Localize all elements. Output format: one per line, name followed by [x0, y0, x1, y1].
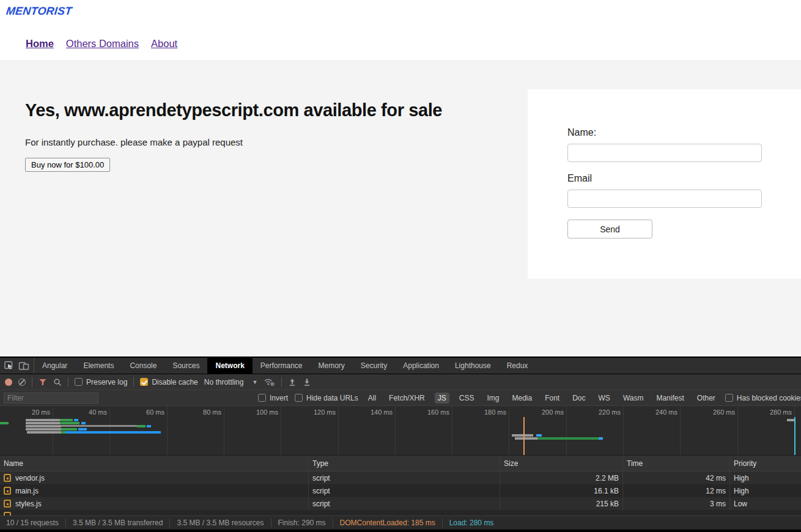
type-filter-wasm[interactable]: Wasm [620, 393, 647, 404]
waterfall-bar [787, 419, 794, 421]
nav-link-home[interactable]: Home [26, 38, 54, 50]
contact-card: Name: Email Send [528, 89, 801, 279]
page-subtitle: For instantly purchase. please make a pa… [25, 137, 243, 147]
disable-cache-checkbox[interactable] [140, 378, 148, 386]
bottom-strip [0, 530, 801, 532]
column-header-type[interactable]: Type [309, 456, 500, 471]
export-har-icon[interactable] [303, 378, 311, 386]
timeline-gridline [509, 406, 509, 455]
tab-sources[interactable]: Sources [164, 358, 207, 374]
type-filter-img[interactable]: Img [484, 393, 502, 404]
waterfall-bar [537, 437, 599, 440]
tab-memory[interactable]: Memory [311, 358, 353, 374]
tab-performance[interactable]: Performance [253, 358, 311, 374]
preserve-log-toggle[interactable]: Preserve log [75, 378, 127, 386]
nav-link-about[interactable]: About [151, 38, 177, 50]
buy-now-button[interactable]: Buy now for $100.00 [25, 158, 110, 172]
tab-security[interactable]: Security [353, 358, 395, 374]
waterfall-bar [60, 422, 79, 424]
filter-input[interactable] [4, 393, 98, 404]
import-har-icon[interactable] [288, 378, 297, 386]
table-row-main-js[interactable]: main.jsscript16.1 kB12 msHigh [0, 484, 801, 497]
timeline-gridline [338, 406, 339, 455]
has-blocked-cookies-checkbox[interactable] [725, 394, 733, 402]
type-filter-media[interactable]: Media [509, 393, 535, 404]
tab-lighthouse[interactable]: Lighthouse [447, 358, 499, 374]
cell-type: script [312, 487, 330, 495]
search-icon[interactable] [53, 378, 62, 386]
status-10-15-requests: 10 / 15 requests [0, 519, 65, 527]
timeline-tick-label: 60 ms [129, 408, 164, 416]
network-statusbar: 10 / 15 requests3.5 MB / 3.5 MB transfer… [0, 515, 801, 530]
nav-link-others-domains[interactable]: Others Domains [66, 38, 139, 50]
network-toolbar: Preserve log Disable cache No throttling… [0, 374, 801, 390]
send-button[interactable]: Send [567, 220, 652, 238]
type-filter-other[interactable]: Other [694, 393, 718, 404]
email-field[interactable] [567, 190, 762, 208]
cell-priority: High [734, 487, 749, 495]
name-field[interactable] [567, 144, 762, 162]
status-domcontentloaded: DOMContentLoaded: 185 ms [333, 519, 442, 527]
waterfall-bar [27, 431, 61, 434]
waterfall-bar [26, 425, 61, 427]
invert-checkbox[interactable] [258, 394, 266, 402]
waterfall-bar [81, 422, 86, 424]
column-header-priority[interactable]: Priority [730, 456, 801, 471]
clear-network-log-icon[interactable] [18, 379, 26, 386]
tab-angular[interactable]: Angular [34, 358, 75, 374]
table-row-partial[interactable] [0, 510, 801, 515]
cell-size: 2.2 MB [596, 474, 619, 482]
column-header-time[interactable]: Time [623, 456, 730, 471]
cell-size: 215 kB [596, 500, 619, 508]
site-logo[interactable]: MENTORIST [6, 5, 73, 18]
cell-name: main.js [15, 487, 39, 495]
hide-data-urls-checkbox[interactable] [295, 394, 303, 402]
disable-cache-toggle[interactable]: Disable cache [140, 378, 197, 386]
tab-redux[interactable]: Redux [499, 358, 536, 374]
requests-table-header[interactable]: NameTypeSizeTimePriority [0, 456, 801, 471]
column-header-name[interactable]: Name [0, 456, 309, 471]
cell-priority: High [734, 474, 749, 482]
table-row-styles-js[interactable]: styles.jsscript215 kB3 msLow [0, 497, 801, 510]
site-header: MENTORIST HomeOthers DomainsAbout [0, 0, 801, 60]
timeline-tick-label: 80 ms [186, 408, 221, 416]
table-row-vendor-js[interactable]: vendor.jsscript2.2 MB42 msHigh [0, 471, 801, 484]
cell-type: script [312, 474, 330, 482]
waterfall-bar [599, 437, 603, 440]
page-title: Yes, www.aprendetypescript.com available… [25, 100, 442, 120]
network-conditions-icon[interactable] [264, 377, 275, 386]
type-filter-css[interactable]: CSS [456, 393, 478, 404]
type-filter-fetch-xhr[interactable]: Fetch/XHR [386, 393, 428, 404]
throttling-select[interactable]: No throttling ▼ [204, 378, 258, 386]
type-filter-js[interactable]: JS [435, 393, 449, 404]
type-filter-doc[interactable]: Doc [569, 393, 588, 404]
tab-application[interactable]: Application [395, 358, 447, 374]
timeline-gridline [281, 406, 281, 455]
type-filter-manifest[interactable]: Manifest [653, 393, 687, 404]
inspect-element-icon[interactable] [4, 360, 15, 371]
device-toolbar-icon[interactable] [18, 361, 30, 371]
waterfall-bar [65, 431, 161, 434]
name-label: Name: [567, 127, 596, 138]
record-network-log-icon[interactable] [5, 379, 12, 386]
tab-console[interactable]: Console [122, 358, 164, 374]
column-header-size[interactable]: Size [500, 456, 623, 471]
timeline-tick-label: 240 ms [642, 408, 677, 416]
timeline-tick-label: 160 ms [414, 408, 449, 416]
tab-network[interactable]: Network [207, 358, 252, 374]
invert-toggle[interactable]: Invert [258, 394, 288, 402]
dom-content-loaded-marker [523, 417, 525, 455]
waterfall-bar [74, 419, 78, 421]
js-file-icon [4, 512, 11, 515]
load-marker [794, 417, 795, 455]
network-overview[interactable]: 20 ms40 ms60 ms80 ms100 ms120 ms140 ms16… [0, 406, 801, 456]
waterfall-bar [515, 437, 537, 440]
type-filter-font[interactable]: Font [542, 393, 563, 404]
type-filter-ws[interactable]: WS [596, 393, 613, 404]
has-blocked-cookies-toggle[interactable]: Has blocked cookies [725, 394, 801, 402]
hide-data-urls-toggle[interactable]: Hide data URLs [295, 394, 358, 402]
filter-funnel-icon[interactable] [39, 378, 47, 386]
tab-elements[interactable]: Elements [75, 358, 122, 374]
type-filter-all[interactable]: All [365, 393, 379, 404]
preserve-log-checkbox[interactable] [75, 378, 83, 386]
